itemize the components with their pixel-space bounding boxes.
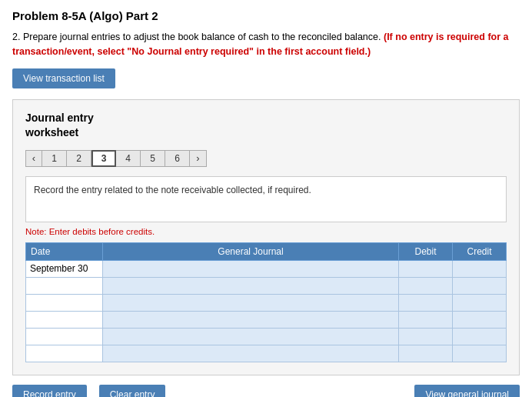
- page-title: Problem 8-5A (Algo) Part 2: [12, 9, 520, 22]
- credit-input[interactable]: [457, 314, 502, 325]
- journal-table: Date General Journal Debit Credit: [25, 242, 507, 362]
- view-transaction-button[interactable]: View transaction list: [12, 68, 115, 88]
- gj-input[interactable]: [107, 331, 394, 342]
- tabs-row: ‹ 1 2 3 4 5 6 ›: [25, 150, 507, 167]
- tab-next-arrow[interactable]: ›: [190, 150, 207, 167]
- worksheet-title: Journal entry worksheet: [25, 111, 507, 141]
- gj-input[interactable]: [107, 263, 394, 274]
- debit-input[interactable]: [403, 314, 448, 325]
- credit-input[interactable]: [457, 297, 502, 308]
- debit-cell[interactable]: [399, 328, 453, 345]
- date-input[interactable]: [30, 348, 98, 359]
- tab-3[interactable]: 3: [91, 150, 116, 167]
- date-cell[interactable]: [26, 345, 103, 362]
- tab-1[interactable]: 1: [42, 150, 67, 167]
- col-header-date: Date: [26, 242, 103, 260]
- debit-input[interactable]: [403, 280, 448, 291]
- gj-input[interactable]: [107, 280, 394, 291]
- tab-4[interactable]: 4: [116, 150, 141, 167]
- date-cell[interactable]: [26, 311, 103, 328]
- action-row: Record entry Clear entry View general jo…: [12, 385, 520, 397]
- date-cell[interactable]: [26, 277, 103, 294]
- credit-cell[interactable]: [453, 277, 507, 294]
- entry-description: Record the entry related to the note rec…: [25, 176, 507, 222]
- date-input[interactable]: [30, 263, 98, 274]
- debit-cell[interactable]: [399, 277, 453, 294]
- col-header-credit: Credit: [453, 242, 507, 260]
- gj-input[interactable]: [107, 297, 394, 308]
- gj-cell[interactable]: [103, 328, 399, 345]
- gj-cell[interactable]: [103, 345, 399, 362]
- gj-input[interactable]: [107, 348, 394, 359]
- view-general-journal-button[interactable]: View general journal: [414, 385, 520, 397]
- credit-input[interactable]: [457, 280, 502, 291]
- tab-prev-arrow[interactable]: ‹: [25, 150, 42, 167]
- credit-cell[interactable]: [453, 260, 507, 277]
- debit-input[interactable]: [403, 348, 448, 359]
- credit-input[interactable]: [457, 263, 502, 274]
- gj-cell[interactable]: [103, 311, 399, 328]
- tab-5[interactable]: 5: [141, 150, 165, 167]
- date-cell[interactable]: [26, 260, 103, 277]
- table-row: [26, 260, 507, 277]
- date-cell[interactable]: [26, 294, 103, 311]
- credit-input[interactable]: [457, 331, 502, 342]
- table-row: [26, 311, 507, 328]
- date-input[interactable]: [30, 297, 98, 308]
- date-input[interactable]: [30, 314, 98, 325]
- col-header-gj: General Journal: [103, 242, 399, 260]
- debit-cell[interactable]: [399, 345, 453, 362]
- credit-cell[interactable]: [453, 294, 507, 311]
- debit-cell[interactable]: [399, 294, 453, 311]
- gj-cell[interactable]: [103, 277, 399, 294]
- table-row: [26, 277, 507, 294]
- debit-input[interactable]: [403, 297, 448, 308]
- tab-6[interactable]: 6: [165, 150, 190, 167]
- gj-cell[interactable]: [103, 260, 399, 277]
- worksheet-panel: Journal entry worksheet ‹ 1 2 3 4 5 6 › …: [12, 99, 520, 375]
- table-row: [26, 294, 507, 311]
- credit-cell[interactable]: [453, 345, 507, 362]
- record-entry-button[interactable]: Record entry: [12, 385, 87, 397]
- table-row: [26, 328, 507, 345]
- tab-2[interactable]: 2: [67, 150, 91, 167]
- debit-input[interactable]: [403, 263, 448, 274]
- credit-input[interactable]: [457, 348, 502, 359]
- credit-cell[interactable]: [453, 328, 507, 345]
- gj-input[interactable]: [107, 314, 394, 325]
- debit-input[interactable]: [403, 331, 448, 342]
- note-text: Note: Enter debits before credits.: [25, 227, 507, 236]
- debit-cell[interactable]: [399, 311, 453, 328]
- col-header-debit: Debit: [399, 242, 453, 260]
- gj-cell[interactable]: [103, 294, 399, 311]
- credit-cell[interactable]: [453, 311, 507, 328]
- debit-cell[interactable]: [399, 260, 453, 277]
- date-cell[interactable]: [26, 328, 103, 345]
- date-input[interactable]: [30, 331, 98, 342]
- clear-entry-button[interactable]: Clear entry: [99, 385, 166, 397]
- date-input[interactable]: [30, 280, 98, 291]
- instructions: 2. Prepare journal entries to adjust the…: [12, 30, 520, 59]
- table-row: [26, 345, 507, 362]
